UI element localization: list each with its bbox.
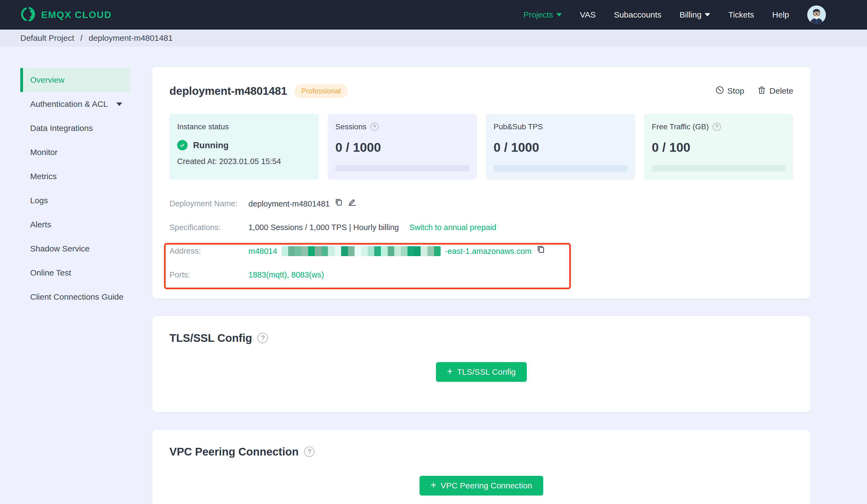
sidebar-nav: Overview Authentication & ACL Data Integ… xyxy=(0,46,137,504)
vpc-peering-title: VPC Peering Connection xyxy=(170,446,299,458)
pubsub-tps-value: 0 / 1000 xyxy=(494,140,627,155)
edit-icon[interactable] xyxy=(347,197,357,210)
deployment-overview-card: deployment-m4801481 Professional Stop xyxy=(152,67,811,298)
pubsub-tps-label: Pub&Sub TPS xyxy=(494,122,543,131)
specifications-value: 1,000 Sessions / 1,000 TPS | Hourly bill… xyxy=(248,221,399,234)
deployment-name-value: deployment-m4801481 xyxy=(248,197,330,210)
deployment-title: deployment-m4801481 xyxy=(170,85,287,97)
chevron-down-icon xyxy=(705,13,710,17)
sidebar-item-overview[interactable]: Overview xyxy=(20,68,130,92)
add-tls-ssl-config-button[interactable]: + TLS/SSL Config xyxy=(436,362,527,382)
user-avatar[interactable] xyxy=(807,6,826,24)
switch-annual-prepaid-link[interactable]: Switch to annual prepaid xyxy=(409,221,496,234)
sidebar-item-monitor[interactable]: Monitor xyxy=(20,140,130,164)
instance-status-value: Running xyxy=(193,140,229,150)
trash-icon xyxy=(757,86,766,96)
ports-label: Ports: xyxy=(170,269,248,281)
pubsub-tps-card: Pub&Sub TPS 0 / 1000 xyxy=(486,114,635,180)
plan-badge: Professional xyxy=(294,84,348,98)
address-prefix: m48014 xyxy=(248,245,277,258)
plus-icon: + xyxy=(447,366,453,376)
nav-item-billing[interactable]: Billing xyxy=(679,10,710,20)
add-vpc-peering-button[interactable]: + VPC Peering Connection xyxy=(419,476,543,495)
instance-status-card: Instance status Running Created At: 2023… xyxy=(170,114,319,180)
vpc-peering-card: VPC Peering Connection ? + VPC Peering C… xyxy=(152,430,811,504)
sidebar-item-client-connections-guide[interactable]: Client Connections Guide xyxy=(20,285,130,309)
chevron-down-icon xyxy=(116,102,122,106)
check-circle-icon xyxy=(177,140,188,150)
deployment-name-label: Deployment Name: xyxy=(170,197,248,210)
free-traffic-progress-bar xyxy=(652,165,785,172)
free-traffic-label: Free Traffic (GB) xyxy=(652,122,709,131)
nav-item-subaccounts[interactable]: Subaccounts xyxy=(614,10,661,20)
breadcrumb: Default Project / deployment-m4801481 xyxy=(0,30,867,46)
sidebar-item-online-test[interactable]: Online Test xyxy=(20,261,130,285)
nav-item-vas[interactable]: VAS xyxy=(580,10,596,20)
chevron-down-icon xyxy=(556,13,562,17)
sidebar-item-data-integrations[interactable]: Data Integrations xyxy=(20,116,130,140)
created-at-text: Created At: 2023.01.05 15:54 xyxy=(177,157,311,166)
help-icon[interactable]: ? xyxy=(257,333,268,343)
tls-ssl-title: TLS/SSL Config xyxy=(170,332,252,344)
stop-icon xyxy=(715,86,724,96)
copy-icon[interactable] xyxy=(536,244,545,258)
specifications-label: Specifications: xyxy=(170,221,248,234)
address-redaction-mosaic xyxy=(281,246,441,256)
breadcrumb-separator: / xyxy=(81,33,83,43)
free-traffic-value: 0 / 100 xyxy=(652,140,785,155)
address-suffix: -east-1.amazonaws.com xyxy=(445,245,532,258)
ports-row: Ports: 1883(mqtt), 8083(ws) xyxy=(170,269,793,281)
top-navbar: EMQX CLOUD Projects VAS Subaccounts Bill… xyxy=(0,0,867,30)
help-icon[interactable]: ? xyxy=(713,123,721,131)
sessions-progress-bar xyxy=(335,165,469,172)
tls-ssl-config-card: TLS/SSL Config ? + TLS/SSL Config xyxy=(152,316,811,412)
sidebar-item-shadow-service[interactable]: Shadow Service xyxy=(20,237,130,261)
free-traffic-card: Free Traffic (GB) ? 0 / 100 xyxy=(644,114,793,180)
address-label: Address: xyxy=(170,244,248,258)
nav-item-tickets[interactable]: Tickets xyxy=(728,10,754,20)
deployment-details: Deployment Name: deployment-m4801481 xyxy=(170,197,793,281)
specifications-row: Specifications: 1,000 Sessions / 1,000 T… xyxy=(170,221,793,234)
nav-menu: Projects VAS Subaccounts Billing Tickets… xyxy=(523,6,826,24)
instance-status-label: Instance status xyxy=(177,122,229,131)
address-row: Address: m48014 -east-1.amazonaws.com xyxy=(170,244,793,258)
sidebar-item-alerts[interactable]: Alerts xyxy=(20,212,130,237)
help-icon[interactable]: ? xyxy=(304,447,314,457)
sidebar-item-metrics[interactable]: Metrics xyxy=(20,164,130,188)
stats-row: Instance status Running Created At: 2023… xyxy=(170,114,793,180)
breadcrumb-project[interactable]: Default Project xyxy=(20,33,74,43)
help-icon[interactable]: ? xyxy=(371,123,379,131)
ports-value: 1883(mqtt), 8083(ws) xyxy=(248,269,324,281)
brand-name: EMQX CLOUD xyxy=(41,9,111,20)
delete-button[interactable]: Delete xyxy=(757,86,793,96)
main-content: deployment-m4801481 Professional Stop xyxy=(152,46,811,504)
deployment-name-row: Deployment Name: deployment-m4801481 xyxy=(170,197,793,210)
sessions-value: 0 / 1000 xyxy=(335,140,469,155)
sidebar-item-logs[interactable]: Logs xyxy=(20,188,130,212)
breadcrumb-deployment: deployment-m4801481 xyxy=(88,33,173,43)
nav-item-help[interactable]: Help xyxy=(772,10,789,20)
stop-button[interactable]: Stop xyxy=(715,86,745,96)
plus-icon: + xyxy=(430,480,436,490)
sidebar-item-authentication-acl[interactable]: Authentication & ACL xyxy=(20,92,130,116)
sessions-card: Sessions ? 0 / 1000 xyxy=(328,114,477,180)
sessions-label: Sessions xyxy=(335,122,367,131)
brand-logo[interactable]: EMQX CLOUD xyxy=(20,7,111,23)
nav-item-projects[interactable]: Projects xyxy=(523,10,562,20)
copy-icon[interactable] xyxy=(334,197,343,210)
emqx-logo-icon xyxy=(20,7,36,23)
pubsub-tps-progress-bar xyxy=(494,165,627,172)
